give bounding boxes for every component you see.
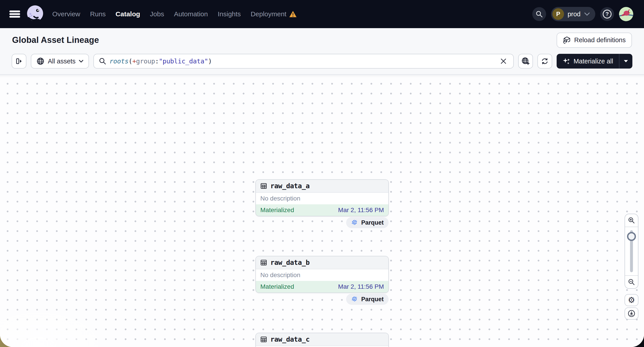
download-image-button[interactable] bbox=[624, 308, 638, 320]
materialized-status: Materialized bbox=[260, 207, 294, 214]
warning-icon bbox=[289, 10, 297, 18]
global-search-button[interactable] bbox=[532, 7, 546, 21]
open-side-panel-button[interactable] bbox=[12, 54, 26, 68]
reload-definitions-button[interactable]: Reload definitions bbox=[557, 32, 632, 48]
nav-item-overview[interactable]: Overview bbox=[52, 10, 80, 18]
view-all-assets-button[interactable] bbox=[518, 54, 533, 68]
table-icon bbox=[260, 336, 267, 343]
asset-status-row: Materialized Mar 2, 11:56 PM bbox=[256, 204, 388, 216]
asset-node-raw-data-a[interactable]: raw_data_a No description Materialized M… bbox=[256, 179, 389, 216]
nav-right-cluster: P prod ? bbox=[532, 7, 633, 21]
asset-node-raw-data-b[interactable]: raw_data_b No description Materialized M… bbox=[256, 256, 389, 293]
asset-name: raw_data_b bbox=[270, 259, 310, 266]
zoom-out-icon bbox=[628, 279, 635, 286]
asset-node-header: raw_data_c bbox=[256, 333, 388, 346]
materialize-all-button[interactable]: Materialize all bbox=[557, 54, 619, 68]
asset-scope-dropdown[interactable]: All assets bbox=[31, 54, 89, 68]
deployment-avatar: P bbox=[552, 8, 564, 20]
globe-add-icon bbox=[521, 57, 530, 66]
deployment-switcher[interactable]: P prod bbox=[551, 7, 595, 21]
parquet-icon bbox=[351, 219, 358, 226]
chevron-down-icon bbox=[79, 60, 84, 63]
lineage-canvas[interactable]: raw_data_a No description Materialized M… bbox=[0, 75, 644, 347]
sparkles-icon bbox=[562, 57, 570, 65]
asset-description: No description bbox=[256, 193, 388, 204]
asset-description: No description bbox=[256, 346, 388, 347]
asset-description: No description bbox=[256, 269, 388, 281]
zoom-control-panel bbox=[624, 214, 638, 289]
lineage-toolbar: All assets roots(+group:"public_data") bbox=[0, 52, 644, 75]
asset-name: raw_data_a bbox=[270, 182, 310, 190]
search-icon bbox=[536, 10, 543, 18]
clear-query-button[interactable] bbox=[498, 56, 508, 66]
zoom-slider-thumb[interactable] bbox=[627, 232, 636, 241]
asset-selection-query: roots(+group:"public_data") bbox=[110, 57, 212, 65]
gear-icon: ⚙ bbox=[628, 296, 635, 304]
globe-icon bbox=[36, 57, 45, 65]
graph-settings-button[interactable]: ⚙ bbox=[624, 294, 638, 306]
reload-definitions-icon bbox=[563, 36, 571, 44]
table-icon bbox=[260, 259, 267, 266]
hamburger-menu-icon[interactable] bbox=[9, 9, 20, 18]
nav-item-insights[interactable]: Insights bbox=[218, 10, 241, 18]
asset-status-row: Materialized Mar 2, 11:56 PM bbox=[256, 281, 388, 293]
deployment-name: prod bbox=[568, 10, 580, 18]
help-button[interactable]: ? bbox=[600, 7, 614, 21]
nav-item-automation[interactable]: Automation bbox=[174, 10, 208, 18]
refresh-button[interactable] bbox=[538, 54, 552, 68]
page-header: Global Asset Lineage Reload definitions bbox=[0, 28, 644, 52]
nav-items: Overview Runs Catalog Jobs Automation In… bbox=[52, 10, 297, 18]
materialized-status: Materialized bbox=[260, 283, 294, 290]
asset-selection-input[interactable]: roots(+group:"public_data") bbox=[94, 54, 514, 68]
asset-node-header: raw_data_a bbox=[256, 180, 388, 193]
dagster-logo-icon[interactable] bbox=[26, 5, 44, 23]
kind-badge-label: Parquet bbox=[361, 219, 384, 226]
desktop-wallpaper: Overview Runs Catalog Jobs Automation In… bbox=[0, 0, 644, 347]
materialize-options-button[interactable] bbox=[620, 54, 632, 68]
help-icon: ? bbox=[602, 9, 612, 19]
zoom-out-button[interactable] bbox=[625, 275, 638, 288]
asset-node-raw-data-c[interactable]: raw_data_c No description Materialized M… bbox=[256, 333, 389, 347]
nav-item-deployment[interactable]: Deployment bbox=[251, 10, 297, 18]
zoom-in-button[interactable] bbox=[625, 214, 638, 227]
download-icon bbox=[628, 310, 636, 318]
magnifier-icon bbox=[99, 57, 106, 65]
parquet-icon bbox=[351, 296, 358, 303]
table-icon bbox=[260, 183, 267, 189]
page-title: Global Asset Lineage bbox=[12, 35, 99, 45]
asset-name: raw_data_c bbox=[270, 336, 310, 343]
kind-badge-label: Parquet bbox=[361, 296, 384, 303]
kind-badge-parquet[interactable]: Parquet bbox=[346, 217, 388, 228]
zoom-slider[interactable] bbox=[625, 227, 638, 275]
chevron-down-icon bbox=[584, 12, 590, 16]
caret-down-icon bbox=[624, 60, 628, 63]
materialize-all-split-button: Materialize all bbox=[557, 54, 632, 68]
panel-toggle-icon bbox=[15, 57, 23, 65]
zoom-in-icon bbox=[628, 217, 635, 224]
materialization-timestamp[interactable]: Mar 2, 11:56 PM bbox=[338, 207, 384, 214]
asset-node-header: raw_data_b bbox=[256, 256, 388, 269]
nav-item-runs[interactable]: Runs bbox=[90, 10, 106, 18]
refresh-icon bbox=[540, 57, 549, 65]
nav-item-catalog[interactable]: Catalog bbox=[116, 10, 140, 18]
dagster-app-window: Overview Runs Catalog Jobs Automation In… bbox=[0, 0, 644, 347]
nav-item-jobs[interactable]: Jobs bbox=[150, 10, 164, 18]
svg-text:?: ? bbox=[606, 11, 609, 17]
top-navigation-bar: Overview Runs Catalog Jobs Automation In… bbox=[0, 0, 644, 28]
materialization-timestamp[interactable]: Mar 2, 11:56 PM bbox=[338, 283, 384, 290]
user-avatar[interactable] bbox=[619, 7, 633, 21]
kind-badge-parquet[interactable]: Parquet bbox=[346, 294, 388, 305]
